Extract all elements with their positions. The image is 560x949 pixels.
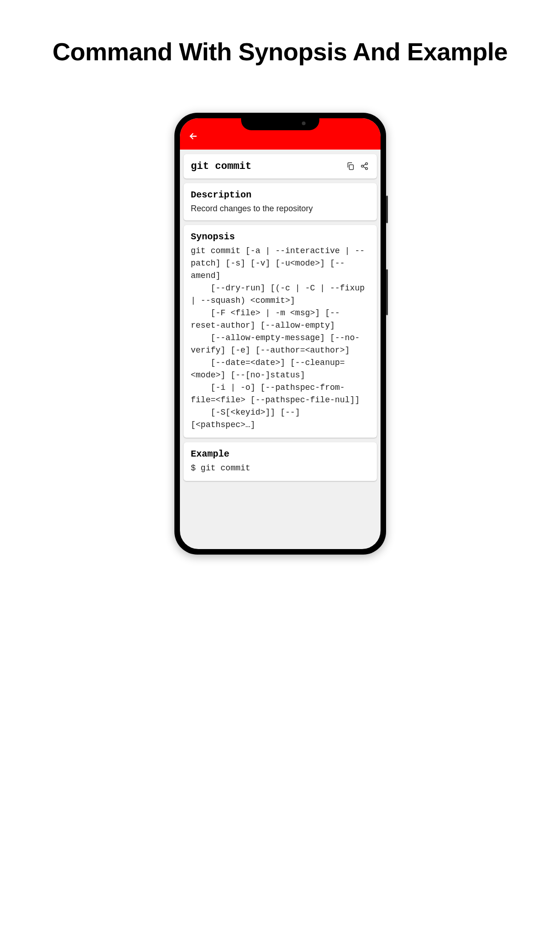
action-icons <box>346 161 369 171</box>
example-label: Example <box>191 449 369 459</box>
phone-side-button <box>386 196 388 223</box>
phone-screen: git commit <box>180 118 381 549</box>
synopsis-label: Synopsis <box>191 231 369 242</box>
example-card: Example $ git commit <box>184 442 377 481</box>
svg-point-3 <box>365 168 368 170</box>
synopsis-card: Synopsis git commit [-a | --interactive … <box>184 225 377 438</box>
back-arrow-icon[interactable] <box>188 131 198 143</box>
description-card: Description Record changes to the reposi… <box>184 183 377 220</box>
command-name: git commit <box>191 161 252 172</box>
example-text: $ git commit <box>191 462 369 474</box>
page-heading: Command With Synopsis And Example <box>0 0 560 85</box>
description-text: Record changes to the repository <box>191 203 369 214</box>
command-title-card: git commit <box>184 154 377 179</box>
svg-point-2 <box>361 165 364 168</box>
copy-icon[interactable] <box>346 161 356 171</box>
svg-line-5 <box>363 167 365 168</box>
description-label: Description <box>191 190 369 200</box>
svg-line-4 <box>363 164 365 166</box>
svg-point-1 <box>365 163 368 165</box>
synopsis-text: git commit [-a | --interactive | --patch… <box>191 245 369 431</box>
share-icon[interactable] <box>359 161 369 171</box>
phone-frame: git commit <box>174 113 386 555</box>
phone-notch <box>241 118 319 130</box>
content-area: git commit <box>180 150 381 486</box>
phone-side-button <box>386 269 388 315</box>
svg-rect-0 <box>349 165 353 170</box>
